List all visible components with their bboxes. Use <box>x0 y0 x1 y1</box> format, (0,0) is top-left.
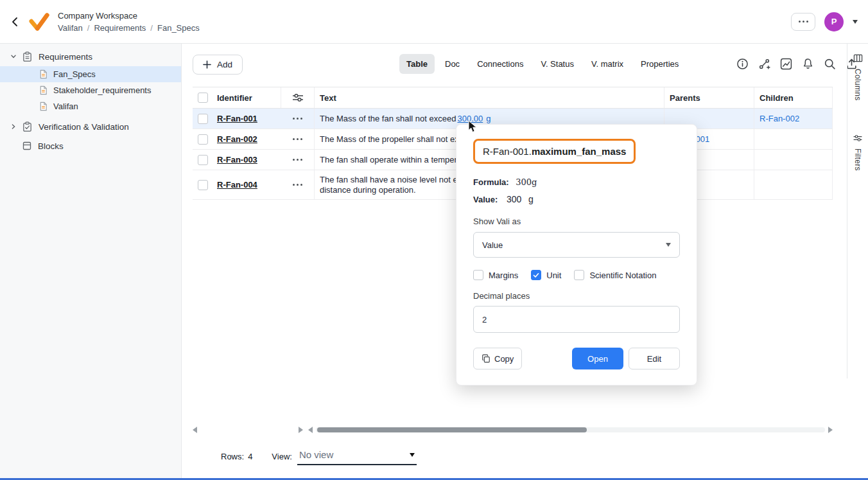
back-button[interactable] <box>9 15 22 28</box>
document-icon <box>39 85 48 95</box>
show-vali-as-label: Show Vali as <box>473 217 680 226</box>
decimal-places-input[interactable] <box>473 306 680 333</box>
scroll-left-arrow[interactable] <box>308 427 313 433</box>
rows-label: Rows: <box>221 452 244 461</box>
unit-label: Unit <box>546 271 561 280</box>
tab-v-matrix[interactable]: V. matrix <box>584 54 630 74</box>
column-settings-sliders-icon[interactable] <box>281 87 315 108</box>
breadcrumb-item[interactable]: Fan_Specs <box>157 23 200 33</box>
tab-doc[interactable]: Doc <box>438 54 467 74</box>
row-checkbox[interactable] <box>198 155 208 165</box>
checkbox-unchecked[interactable] <box>574 270 584 280</box>
sidebar-section-blocks[interactable]: Blocks <box>0 136 181 156</box>
tab-connections[interactable]: Connections <box>470 54 530 74</box>
requirements-module-icon <box>22 51 33 62</box>
children-cell <box>754 150 833 170</box>
columns-panel-toggle[interactable]: Columns <box>853 53 863 100</box>
scrollbar-thumb[interactable] <box>317 427 587 432</box>
tab-v-status[interactable]: V. Status <box>534 54 581 74</box>
bell-icon[interactable] <box>802 58 814 70</box>
popup-actions: Copy Open Edit <box>473 348 680 369</box>
app-window: Company Workspace Valifan / Requirements… <box>0 0 868 480</box>
add-button[interactable]: Add <box>193 55 243 75</box>
open-button[interactable]: Open <box>572 348 623 369</box>
edit-button[interactable]: Edit <box>629 348 680 369</box>
column-header-text[interactable]: Text <box>315 87 664 108</box>
filters-panel-toggle[interactable]: Filters <box>853 134 863 171</box>
column-header-parents[interactable]: Parents <box>664 87 754 108</box>
account-chevron-down-icon[interactable] <box>853 20 858 24</box>
identifier-link[interactable]: R-Fan-004 <box>212 180 257 190</box>
workspace-title: Company Workspace <box>58 11 200 21</box>
info-icon[interactable] <box>736 58 749 70</box>
tab-table[interactable]: Table <box>399 54 435 74</box>
search-icon[interactable] <box>824 58 836 70</box>
children-cell <box>754 170 833 199</box>
more-options-button[interactable] <box>791 13 815 31</box>
vali-popup: R-Fan-001.maximum_fan_mass Formula: 300g… <box>456 124 697 386</box>
identifier-link[interactable]: R-Fan-001 <box>212 114 257 123</box>
sidebar-item-label: Valifan <box>53 102 78 111</box>
copy-button[interactable]: Copy <box>473 348 522 369</box>
view-select-value: No view <box>299 449 333 460</box>
row-menu-button[interactable] <box>281 138 314 140</box>
tab-properties[interactable]: Properties <box>634 54 686 74</box>
connections-graph-icon[interactable] <box>758 58 770 70</box>
document-icon <box>39 102 48 111</box>
row-checkbox[interactable] <box>198 134 208 145</box>
sidebar: Requirements Fan_Specs Stakeholder_requi… <box>0 44 182 478</box>
margins-checkbox[interactable]: Margins <box>473 270 518 280</box>
row-checkbox[interactable] <box>198 114 208 124</box>
value-label: Value: <box>473 195 498 204</box>
avatar[interactable]: P <box>824 12 844 31</box>
requirement-text: The fan shall operate within a temperat <box>320 151 464 169</box>
scientific-notation-checkbox[interactable]: Scientific Notation <box>574 270 656 280</box>
row-menu-button[interactable] <box>281 118 314 120</box>
check-icon <box>533 272 539 278</box>
app-logo-icon <box>28 12 50 31</box>
table-header-row: Identifier Text Parents Children <box>193 87 833 109</box>
sidebar-item-stakeholder-requirements[interactable]: Stakeholder_requirements <box>0 82 181 98</box>
chart-icon[interactable] <box>780 58 792 70</box>
sidebar-section-label: Requirements <box>39 52 92 62</box>
right-panel-strip: Columns Filters <box>847 43 868 378</box>
scroll-left-arrow[interactable] <box>193 427 197 433</box>
sidebar-item-fan-specs[interactable]: Fan_Specs <box>0 66 181 82</box>
chevron-left-icon <box>9 15 22 28</box>
breadcrumb-separator: / <box>150 23 153 33</box>
horizontal-scrollbar <box>193 425 833 434</box>
scroll-right-arrow[interactable] <box>828 427 833 433</box>
columns-icon <box>853 53 863 63</box>
column-header-identifier[interactable]: Identifier <box>212 87 281 108</box>
value-unit: g <box>528 194 534 204</box>
requirement-text: The fan shall have a noise level not ex … <box>320 171 462 199</box>
children-link[interactable]: R-Fan-002 <box>754 114 799 123</box>
blocks-module-icon <box>22 141 32 151</box>
row-menu-button[interactable] <box>281 159 314 161</box>
scrollbar-track[interactable] <box>316 427 825 432</box>
chevron-right-icon[interactable] <box>5 123 22 130</box>
unit-checkbox[interactable]: Unit <box>531 270 561 280</box>
breadcrumb-item[interactable]: Valifan <box>58 23 83 33</box>
breadcrumb-item[interactable]: Requirements <box>94 23 146 33</box>
sidebar-section-requirements[interactable]: Requirements <box>0 47 181 66</box>
filters-panel-label: Filters <box>853 148 862 171</box>
scroll-right-arrow[interactable] <box>299 427 303 433</box>
vali-value-link[interactable]: 300.00g <box>457 114 490 123</box>
sidebar-section-verification[interactable]: Verification & Validation <box>0 117 181 136</box>
identifier-link[interactable]: R-Fan-003 <box>212 155 257 164</box>
sidebar-item-valifan[interactable]: Valifan <box>0 98 181 114</box>
select-all-checkbox[interactable] <box>198 93 208 103</box>
view-select[interactable]: No view <box>297 447 417 465</box>
chevron-down-icon <box>410 453 415 457</box>
chevron-down-icon[interactable] <box>5 53 22 60</box>
column-header-children[interactable]: Children <box>754 87 833 108</box>
requirement-text: The Mass of the propeller shall not ex <box>320 130 459 148</box>
checkbox-unchecked[interactable] <box>473 270 483 280</box>
row-checkbox[interactable] <box>198 180 208 190</box>
checkbox-checked[interactable] <box>531 270 541 280</box>
display-mode-select[interactable]: Value <box>473 232 680 258</box>
vali-name-chip[interactable]: R-Fan-001.maximum_fan_mass <box>473 139 636 164</box>
identifier-link[interactable]: R-Fan-002 <box>212 134 257 144</box>
row-menu-button[interactable] <box>281 184 314 186</box>
